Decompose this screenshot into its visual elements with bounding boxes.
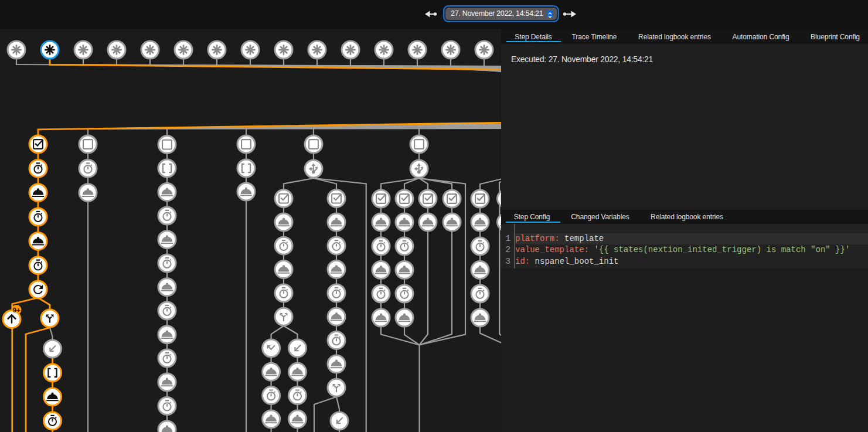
svg-text:9+: 9+ bbox=[12, 307, 20, 314]
